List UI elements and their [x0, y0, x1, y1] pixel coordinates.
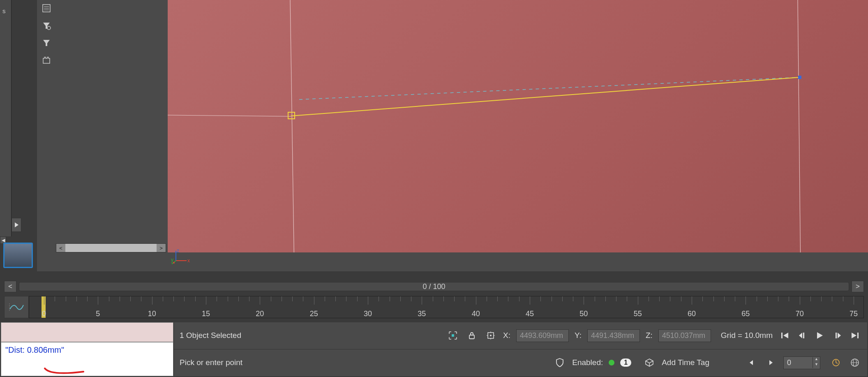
svg-marker-35: [817, 332, 823, 339]
axis-gizmo: x z y: [171, 248, 190, 267]
timeline-tick: 5: [96, 310, 100, 318]
svg-point-6: [47, 26, 51, 30]
hscroll-track[interactable]: [65, 244, 157, 252]
coord-z-input[interactable]: [658, 329, 711, 342]
sidebar-hscroll[interactable]: < >: [56, 243, 166, 252]
annotation-mark: [42, 367, 88, 377]
current-frame-spinner[interactable]: ▲▼: [783, 356, 820, 369]
key-prev-button[interactable]: [746, 356, 759, 369]
goto-end-button[interactable]: [847, 329, 861, 342]
svg-marker-38: [852, 333, 856, 338]
svg-line-10: [798, 0, 801, 271]
svg-marker-40: [750, 360, 753, 365]
panel-expand-button[interactable]: [12, 218, 21, 232]
svg-marker-0: [15, 222, 18, 227]
coord-y-input[interactable]: [587, 329, 640, 342]
coord-x-input[interactable]: [516, 329, 569, 342]
next-frame-button[interactable]: [830, 329, 844, 342]
filter-settings-icon[interactable]: [42, 21, 51, 30]
toolbar-column: [37, 0, 56, 177]
selection-brackets-icon[interactable]: [446, 329, 459, 342]
status-bar: 1 Object Selected X: Y: Z: Grid = 10.0mm: [173, 322, 867, 376]
timeline-tick: 20: [256, 310, 264, 318]
svg-rect-23: [452, 334, 454, 337]
lock-icon[interactable]: [465, 329, 478, 342]
timeline-tick: 30: [364, 310, 372, 318]
frame-slider[interactable]: 0 / 100: [19, 282, 849, 291]
coord-z-label: Z:: [646, 331, 653, 340]
svg-rect-14: [798, 76, 801, 79]
timeline-tick: 25: [310, 310, 318, 318]
svg-text:z: z: [177, 248, 179, 254]
current-frame-input[interactable]: [784, 357, 813, 369]
status-left: "Dist: 0.806mm": [1, 322, 173, 376]
globe-icon[interactable]: [848, 356, 861, 369]
svg-line-9: [290, 0, 294, 271]
svg-line-44: [836, 363, 838, 363]
timeline-tick: 15: [202, 310, 210, 318]
goto-start-button[interactable]: [778, 329, 792, 342]
timeline-tick: 65: [741, 310, 750, 318]
timeline-tick: 60: [688, 310, 696, 318]
timeline-tick: 35: [418, 310, 426, 318]
enabled-dot-icon: [609, 360, 614, 365]
left-strip-letter: s: [2, 7, 6, 14]
timeline-ruler[interactable]: 051015202530354045505560657075: [29, 296, 864, 318]
coord-y-label: Y:: [575, 331, 582, 340]
enabled-label: Enabled:: [572, 358, 603, 367]
play-button[interactable]: [813, 329, 827, 342]
add-time-tag[interactable]: Add Time Tag: [662, 358, 709, 367]
grid-readout: Grid = 10.0mm: [721, 331, 773, 340]
transport-controls: [778, 329, 861, 342]
timeline-tick: 50: [579, 310, 588, 318]
svg-rect-34: [803, 333, 804, 338]
svg-point-26: [490, 335, 492, 336]
timeline-tick: 75: [850, 310, 858, 318]
timeline-tick: 40: [472, 310, 480, 318]
frame-next-button[interactable]: >: [852, 281, 864, 292]
svg-marker-32: [783, 333, 788, 338]
status-area: "Dist: 0.806mm" 1 Object Selected X: Y: …: [1, 322, 867, 376]
enabled-count: 1: [620, 358, 631, 367]
svg-marker-33: [799, 333, 802, 338]
castle-icon[interactable]: [42, 55, 51, 65]
viewport-grid: [168, 0, 868, 271]
shield-icon[interactable]: [553, 356, 566, 369]
curve-editor-button[interactable]: [4, 296, 29, 318]
svg-marker-41: [769, 360, 773, 365]
svg-marker-5: [43, 23, 50, 29]
timeline-tick: 10: [148, 310, 156, 318]
timeline-tick: 45: [526, 310, 534, 318]
listener-input[interactable]: [1, 322, 173, 342]
selection-status: 1 Object Selected: [180, 331, 241, 340]
prev-frame-button[interactable]: [796, 329, 810, 342]
key-next-button[interactable]: [764, 356, 778, 369]
timeline-tick: 55: [634, 310, 642, 318]
snap-toggle-icon[interactable]: [484, 329, 497, 342]
time-config-icon[interactable]: [829, 356, 843, 369]
filter-icon[interactable]: [42, 38, 51, 48]
timeline-tick: 0: [42, 310, 46, 318]
svg-rect-24: [469, 335, 474, 339]
svg-point-21: [173, 262, 175, 264]
list-icon[interactable]: [42, 3, 51, 13]
viewport[interactable]: x z y: [168, 0, 868, 271]
listener-output: "Dist: 0.806mm": [1, 342, 173, 376]
frame-controls: < 0 / 100 >: [4, 280, 864, 294]
hscroll-right[interactable]: >: [157, 244, 166, 252]
command-prompt: Pick or enter point: [180, 358, 242, 367]
svg-line-8: [168, 115, 291, 116]
viewport-thumbnail[interactable]: [3, 243, 33, 268]
frame-slider-label: 0 / 100: [422, 282, 445, 291]
coord-x-label: X:: [503, 331, 510, 340]
spin-down[interactable]: ▼: [813, 363, 820, 368]
listener-output-text: "Dist: 0.806mm": [5, 345, 64, 354]
left-strip: s: [0, 0, 12, 236]
hscroll-left[interactable]: <: [56, 244, 65, 252]
viewport-bottom-overlay: [168, 252, 868, 271]
svg-marker-37: [838, 333, 841, 338]
frame-prev-button[interactable]: <: [4, 281, 16, 292]
sidebar-panel: [37, 0, 168, 271]
svg-rect-31: [781, 333, 783, 338]
cube-icon[interactable]: [643, 356, 656, 369]
